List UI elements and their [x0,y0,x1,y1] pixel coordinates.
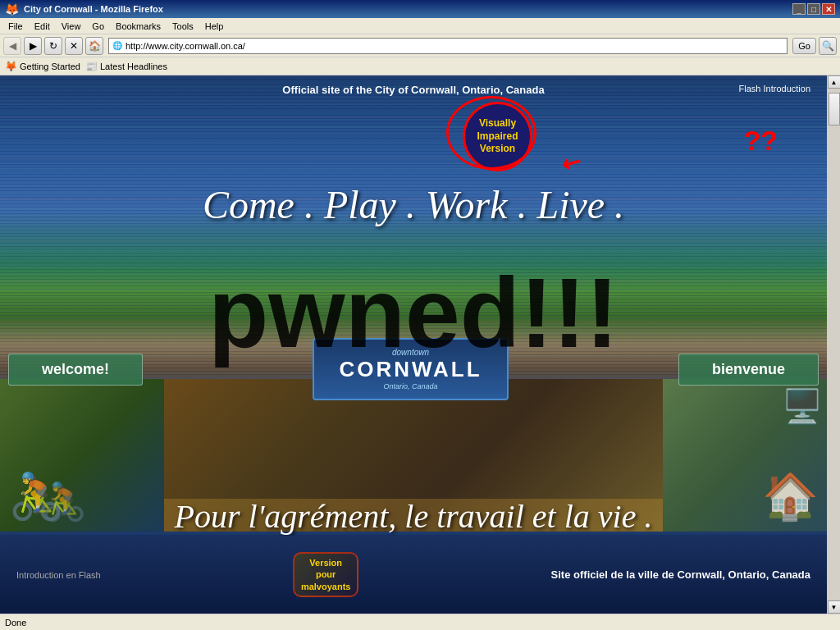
status-bar: Done [0,614,840,630]
flash-intro-fr-label: Introduction en Flash [16,570,101,580]
maximize-button[interactable]: □ [807,3,820,15]
address-favicon: 🌐 [112,41,122,50]
go-button[interactable]: Go [792,38,816,54]
question-marks-annotation: ?? [743,125,778,157]
search-button[interactable]: 🔍 [819,37,837,55]
menu-view[interactable]: View [57,20,86,33]
flash-intro-label: Flash Introduction [739,84,810,94]
official-text-en: Official site of the City of Cornwall, O… [282,84,544,96]
close-button[interactable]: ✕ [822,3,835,15]
vi-line1: Visually [479,117,516,130]
back-button[interactable]: ◀ [3,37,21,55]
title-bar: 🦊 City of Cornwall - Mozilla Firefox _ □… [0,0,840,18]
address-text: http://www.city.cornwall.on.ca/ [126,41,245,51]
scrollbar-thumb[interactable] [829,93,840,126]
bookmarks-bar: 🦊 Getting Started 📰 Latest Headlines [0,57,840,75]
slogan-french: Pour l'agrément, le travail et la vie . [0,497,827,536]
browser-icon: 🦊 [5,2,19,16]
menu-tools[interactable]: Tools [167,20,199,33]
flash-intro-fr[interactable]: Introduction en Flash [16,569,101,581]
menu-bookmarks[interactable]: Bookmarks [111,20,166,33]
bookmark-icon-1: 🦊 [5,61,17,72]
reload-button[interactable]: ↻ [44,37,62,55]
window-title: City of Cornwall - Mozilla Firefox [24,4,163,14]
slogan-en-text: Come . Play . Work . Live . [203,183,624,226]
forward-button[interactable]: ▶ [24,37,42,55]
pwned-label: pwned!!! [208,258,619,368]
menu-file[interactable]: File [3,20,28,33]
minimize-button[interactable]: _ [792,3,806,15]
status-text: Done [5,618,26,628]
scrollbar[interactable]: ▲ ▼ [827,75,840,614]
flash-intro-link[interactable]: Flash Introduction [739,84,810,94]
top-bar: Official site of the City of Cornwall, O… [0,84,827,96]
window-controls[interactable]: _ □ ✕ [792,3,835,15]
stop-button[interactable]: ✕ [65,37,83,55]
scroll-down-button[interactable]: ▼ [828,600,841,614]
question-marks-text: ?? [743,125,778,156]
vi-button[interactable]: Visually Impaired Version [463,102,532,171]
address-bar[interactable]: 🌐 http://www.city.cornwall.on.ca/ [108,38,788,54]
vi-bottom-line1: Version [309,557,342,568]
website: Official site of the City of Cornwall, O… [0,75,827,614]
menu-help[interactable]: Help [200,20,229,33]
browser-content: Official site of the City of Cornwall, O… [0,75,840,614]
vi-line2: Impaired [477,130,518,144]
pwned-text: pwned!!! [0,256,827,369]
vi-bottom-line2: pour [316,568,336,580]
menu-go[interactable]: Go [87,20,109,33]
bottom-bar: Introduction en Flash Version pour malvo… [0,536,827,614]
bookmark-latest-headlines[interactable]: 📰 Latest Headlines [85,61,167,72]
vi-line3: Version [480,143,515,156]
menu-edit[interactable]: Edit [30,20,55,33]
official-text-fr-container: Site officiel de la ville de Cornwall, O… [551,568,810,581]
scrollbar-track[interactable] [828,89,841,600]
menu-bar: File Edit View Go Bookmarks Tools Help [0,18,840,34]
bookmark-icon-2: 📰 [85,61,98,72]
scroll-up-button[interactable]: ▲ [828,75,841,89]
slogan-english: Come . Play . Work . Live . [0,182,827,227]
bookmark-label-1: Getting Started [20,62,80,71]
home-button[interactable]: 🏠 [85,37,103,55]
vi-bottom-line3: malvoyants [301,581,351,592]
vi-button-container: Visually Impaired Version [463,102,532,171]
official-text-fr: Site officiel de la ville de Cornwall, O… [551,568,810,581]
logo-subtitle: Ontario, Canada [339,382,482,390]
bookmark-label-2: Latest Headlines [100,62,167,71]
vi-bottom-button[interactable]: Version pour malvoyants [293,552,359,597]
nav-bar: ◀ ▶ ↻ ✕ 🏠 🌐 http://www.city.cornwall.on.… [0,34,840,57]
bookmark-getting-started[interactable]: 🦊 Getting Started [5,61,80,72]
slogan-fr-text: Pour l'agrément, le travail et la vie . [175,498,653,535]
